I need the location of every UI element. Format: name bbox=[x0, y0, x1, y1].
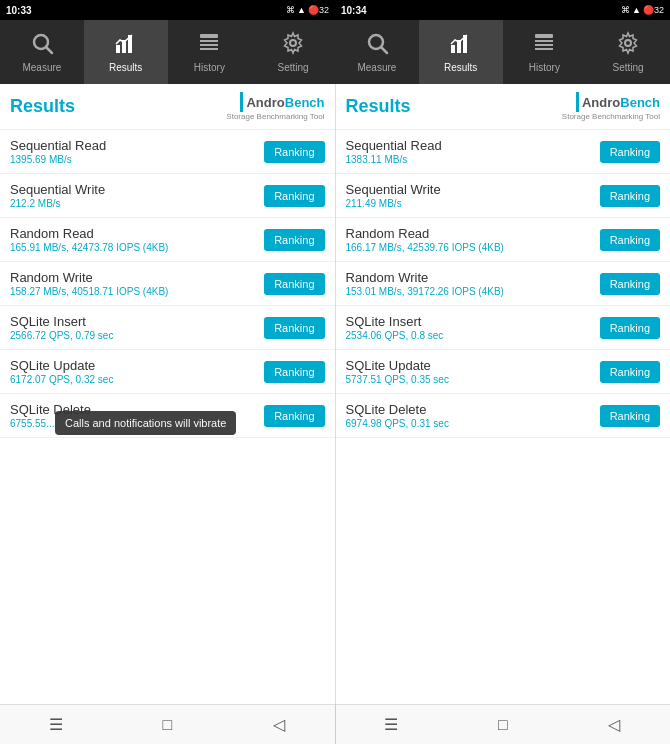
bench-name: Sequential Write bbox=[346, 182, 600, 197]
hamburger-button-left[interactable]: ☰ bbox=[36, 705, 76, 745]
history-icon-right bbox=[532, 31, 556, 58]
wifi-icon-right: ⌘ bbox=[621, 5, 630, 15]
ranking-button[interactable]: Ranking bbox=[264, 361, 324, 383]
panel-right: Results AndroBench Storage Benchmarking … bbox=[336, 84, 671, 704]
svg-rect-12 bbox=[451, 45, 455, 53]
svg-rect-16 bbox=[535, 40, 553, 42]
history-label-right: History bbox=[529, 62, 560, 73]
bench-value: 2534.06 QPS, 0.8 sec bbox=[346, 330, 600, 341]
androbench-logo-left: AndroBench Storage Benchmarking Tool bbox=[226, 92, 324, 121]
bench-name: Random Write bbox=[346, 270, 600, 285]
svg-rect-5 bbox=[200, 34, 218, 38]
status-bar-container: 10:33 ⌘ ▲ 🔴32 10:34 ⌘ ▲ 🔴32 bbox=[0, 0, 670, 20]
bench-name: Sequential Read bbox=[346, 138, 600, 153]
table-row: Sequential Write 212.2 MB/s Ranking bbox=[0, 174, 335, 218]
ranking-button[interactable]: Ranking bbox=[264, 141, 324, 163]
bench-info: Sequential Write 211.49 MB/s bbox=[346, 182, 600, 209]
bench-value: 5737.51 QPS, 0.35 sec bbox=[346, 374, 600, 385]
table-row: Random Write 153.01 MB/s, 39172.26 IOPS … bbox=[336, 262, 671, 306]
table-row: SQLite Delete 6755.55... Ranking Calls a… bbox=[0, 394, 335, 438]
bench-info: SQLite Delete 6755.55... bbox=[10, 402, 264, 429]
bench-info: SQLite Insert 2534.06 QPS, 0.8 sec bbox=[346, 314, 600, 341]
table-row: SQLite Delete 6974.98 QPS, 0.31 sec Rank… bbox=[336, 394, 671, 438]
bench-name: SQLite Update bbox=[346, 358, 600, 373]
bench-info: SQLite Delete 6974.98 QPS, 0.31 sec bbox=[346, 402, 600, 429]
back-button-left[interactable]: ◁ bbox=[259, 705, 299, 745]
hamburger-button-right[interactable]: ☰ bbox=[371, 705, 411, 745]
svg-point-19 bbox=[625, 40, 631, 46]
svg-rect-18 bbox=[535, 48, 553, 50]
nav-history-left[interactable]: History bbox=[168, 20, 252, 84]
svg-rect-8 bbox=[200, 48, 218, 50]
results-title-left: Results bbox=[10, 96, 75, 117]
main-content: Results AndroBench Storage Benchmarking … bbox=[0, 84, 670, 704]
ranking-button[interactable]: Ranking bbox=[600, 273, 660, 295]
svg-line-11 bbox=[381, 47, 387, 53]
bench-name: Random Read bbox=[10, 226, 264, 241]
nav-bar-right: Measure Results bbox=[335, 20, 670, 84]
ranking-button[interactable]: Ranking bbox=[600, 141, 660, 163]
nav-results-right[interactable]: Results bbox=[419, 20, 503, 84]
bench-value: 165.91 MB/s, 42473.78 IOPS (4KB) bbox=[10, 242, 264, 253]
measure-label-right: Measure bbox=[357, 62, 396, 73]
back-button-right[interactable]: ◁ bbox=[594, 705, 634, 745]
nav-measure-right[interactable]: Measure bbox=[335, 20, 419, 84]
bench-name: Sequential Write bbox=[10, 182, 264, 197]
nav-history-right[interactable]: History bbox=[503, 20, 587, 84]
bench-value: 153.01 MB/s, 39172.26 IOPS (4KB) bbox=[346, 286, 600, 297]
results-header-right: Results AndroBench Storage Benchmarking … bbox=[336, 84, 671, 130]
bench-name: SQLite Update bbox=[10, 358, 264, 373]
history-label-left: History bbox=[194, 62, 225, 73]
table-row: Random Write 158.27 MB/s, 40518.71 IOPS … bbox=[0, 262, 335, 306]
nav-measure-left[interactable]: Measure bbox=[0, 20, 84, 84]
bench-name: SQLite Insert bbox=[10, 314, 264, 329]
bench-info: Random Write 153.01 MB/s, 39172.26 IOPS … bbox=[346, 270, 600, 297]
bench-name: SQLite Delete bbox=[346, 402, 600, 417]
svg-rect-17 bbox=[535, 44, 553, 46]
ranking-button[interactable]: Ranking bbox=[600, 317, 660, 339]
bench-info: SQLite Update 5737.51 QPS, 0.35 sec bbox=[346, 358, 600, 385]
bench-info: Sequential Read 1383.11 MB/s bbox=[346, 138, 600, 165]
ranking-button[interactable]: Ranking bbox=[600, 229, 660, 251]
home-button-left[interactable]: □ bbox=[147, 705, 187, 745]
ranking-button[interactable]: Ranking bbox=[600, 185, 660, 207]
ranking-button[interactable]: Ranking bbox=[264, 405, 324, 427]
svg-rect-2 bbox=[116, 45, 120, 53]
bottom-nav-right: ☰ □ ◁ bbox=[336, 704, 671, 744]
bench-info: Random Read 166.17 MB/s, 42539.76 IOPS (… bbox=[346, 226, 600, 253]
signal-icon-right: ▲ bbox=[632, 5, 641, 15]
svg-rect-7 bbox=[200, 44, 218, 46]
bench-info: Sequential Write 212.2 MB/s bbox=[10, 182, 264, 209]
ranking-button[interactable]: Ranking bbox=[600, 405, 660, 427]
bench-value: 166.17 MB/s, 42539.76 IOPS (4KB) bbox=[346, 242, 600, 253]
setting-label-right: Setting bbox=[613, 62, 644, 73]
results-label-right: Results bbox=[444, 62, 477, 73]
table-row: Sequential Read 1383.11 MB/s Ranking bbox=[336, 130, 671, 174]
table-row: SQLite Insert 2566.72 QPS, 0.79 sec Rank… bbox=[0, 306, 335, 350]
nav-setting-left[interactable]: Setting bbox=[251, 20, 335, 84]
ranking-button[interactable]: Ranking bbox=[600, 361, 660, 383]
ranking-button[interactable]: Ranking bbox=[264, 185, 324, 207]
nav-setting-right[interactable]: Setting bbox=[586, 20, 670, 84]
logo-bar-right bbox=[576, 92, 579, 112]
svg-line-1 bbox=[46, 47, 52, 53]
ranking-button[interactable]: Ranking bbox=[264, 317, 324, 339]
time-left: 10:33 bbox=[6, 5, 32, 16]
bench-name: Random Read bbox=[346, 226, 600, 241]
status-bar-left: 10:33 ⌘ ▲ 🔴32 bbox=[0, 0, 335, 20]
bench-info: Sequential Read 1395.69 MB/s bbox=[10, 138, 264, 165]
home-button-right[interactable]: □ bbox=[483, 705, 523, 745]
androbench-logo-right: AndroBench Storage Benchmarking Tool bbox=[562, 92, 660, 121]
ranking-button[interactable]: Ranking bbox=[264, 229, 324, 251]
bench-info: SQLite Update 6172.07 QPS, 0.32 sec bbox=[10, 358, 264, 385]
table-row: SQLite Insert 2534.06 QPS, 0.8 sec Ranki… bbox=[336, 306, 671, 350]
bench-value: 6974.98 QPS, 0.31 sec bbox=[346, 418, 600, 429]
ranking-button[interactable]: Ranking bbox=[264, 273, 324, 295]
androbench-sub-left: Storage Benchmarking Tool bbox=[226, 112, 324, 121]
bench-value: 1383.11 MB/s bbox=[346, 154, 600, 165]
bench-value: 6755.55... bbox=[10, 418, 264, 429]
bench-name: SQLite Insert bbox=[346, 314, 600, 329]
bench-text-right: Bench bbox=[620, 95, 660, 110]
table-row: SQLite Update 5737.51 QPS, 0.35 sec Rank… bbox=[336, 350, 671, 394]
nav-results-left[interactable]: Results bbox=[84, 20, 168, 84]
